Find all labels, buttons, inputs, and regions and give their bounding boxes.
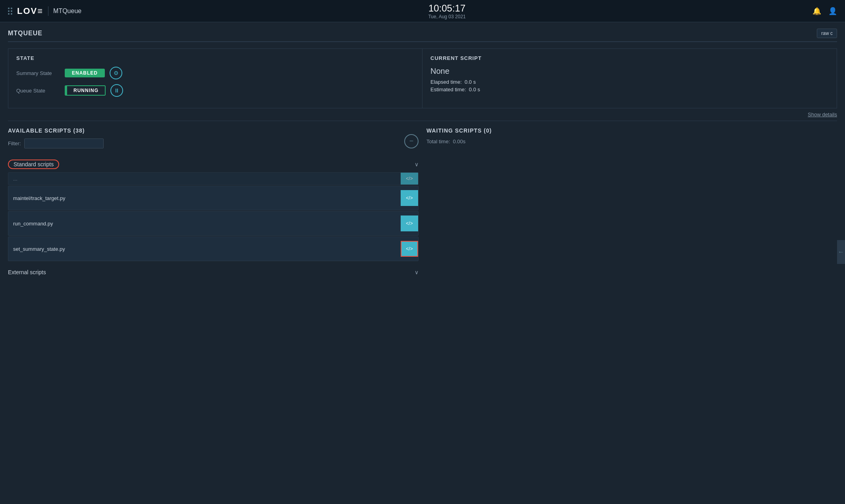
nav-left: LOV≡ MTQueue	[8, 6, 81, 16]
queue-state-label: Queue State	[16, 88, 60, 94]
estimated-time-row: Estimated time: 0.0 s	[430, 87, 829, 92]
summary-state-row: Summary State ENABLED ⚙	[16, 67, 414, 79]
user-icon[interactable]: 👤	[828, 7, 837, 15]
summary-state-badge: ENABLED	[65, 69, 105, 77]
waiting-scripts-heading: WAITING SCRIPTS (0)	[426, 127, 837, 134]
filter-input[interactable]	[24, 139, 104, 148]
total-time-value: 0.00s	[453, 139, 465, 144]
filter-row: Filter:	[8, 139, 104, 148]
script-name: maintel/track_target.py	[13, 195, 66, 201]
main-content: MTQUEUE raw c STATE Summary State ENABLE…	[0, 22, 845, 290]
script-item: run_command.py </>	[8, 211, 419, 236]
summary-state-label: Summary State	[16, 70, 60, 76]
nav-date: Tue, Aug 03 2021	[428, 14, 465, 19]
queue-state-text: RUNNING	[67, 86, 105, 95]
logo: LOV≡	[17, 6, 43, 16]
standard-scripts-label: Standard scripts	[8, 160, 59, 169]
filter-label: Filter:	[8, 140, 21, 146]
gear-icon: ⚙	[114, 70, 119, 76]
scripts-layout: AVAILABLE SCRIPTS (38) Filter: − Standar…	[8, 127, 837, 283]
script-run-icon: </>	[406, 176, 413, 181]
available-scripts-section: AVAILABLE SCRIPTS (38) Filter: − Standar…	[8, 127, 419, 283]
queue-state-badge: RUNNING	[65, 85, 106, 96]
show-details-link[interactable]: Show details	[808, 112, 837, 117]
script-name-partial: ...	[13, 176, 17, 182]
standard-scripts-list: ... </> maintel/track_target.py </>	[8, 172, 419, 261]
queue-state-row: Queue State RUNNING ⏸	[16, 84, 414, 97]
waiting-total-time: Total time: 0.00s	[426, 139, 837, 144]
available-scripts-heading: AVAILABLE SCRIPTS (38)	[8, 127, 104, 134]
waiting-scripts-section: WAITING SCRIPTS (0) Total time: 0.00s	[426, 127, 837, 283]
nav-center: 10:05:17 Tue, Aug 03 2021	[428, 3, 465, 19]
script-run-icon: </>	[406, 221, 413, 226]
external-scripts-header[interactable]: External scripts ∨	[8, 266, 419, 279]
script-item: maintel/track_target.py </>	[8, 186, 419, 210]
script-item: ... </>	[8, 172, 419, 185]
page-title-bar: MTQUEUE raw c	[8, 29, 837, 42]
state-panel: STATE Summary State ENABLED ⚙ Queue Stat…	[8, 49, 422, 108]
available-scripts-left: AVAILABLE SCRIPTS (38) Filter:	[8, 127, 104, 155]
elapsed-value: 0.0 s	[465, 79, 476, 85]
external-scripts-group: External scripts ∨	[8, 266, 419, 279]
script-item: set_summary_state.py </>	[8, 237, 419, 261]
pause-button[interactable]: ⏸	[110, 84, 123, 97]
total-time-label: Total time:	[426, 139, 450, 144]
gear-button[interactable]: ⚙	[110, 67, 122, 79]
estimated-value: 0.0 s	[469, 87, 480, 92]
nav-right: 🔔 👤	[812, 7, 837, 15]
chevron-down-icon: ∨	[415, 161, 419, 167]
elapsed-time-row: Elapsed time: 0.0 s	[430, 79, 829, 85]
current-script-panel: CURRENT SCRIPT None Elapsed time: 0.0 s …	[422, 49, 837, 108]
raw-cmd-button[interactable]: raw c	[817, 29, 837, 38]
top-nav: LOV≡ MTQueue 10:05:17 Tue, Aug 03 2021 🔔…	[0, 0, 845, 22]
current-script-heading: CURRENT SCRIPT	[430, 55, 829, 61]
script-name: set_summary_state.py	[13, 246, 65, 252]
elapsed-label: Elapsed time:	[430, 79, 462, 85]
script-name: run_command.py	[13, 221, 53, 227]
scroll-indicator[interactable]: ←	[837, 240, 845, 264]
scripts-controls: AVAILABLE SCRIPTS (38) Filter: −	[8, 127, 419, 155]
standard-scripts-header[interactable]: Standard scripts ∨	[8, 156, 419, 172]
collapse-button[interactable]: −	[404, 134, 419, 148]
estimated-label: Estimated time:	[430, 87, 466, 92]
app-name: MTQueue	[53, 8, 81, 15]
scroll-arrow-icon: ←	[838, 248, 844, 256]
script-run-icon-highlighted: </>	[406, 246, 413, 252]
pause-icon: ⏸	[114, 87, 120, 94]
script-run-button-set-summary-state[interactable]: </>	[401, 241, 418, 257]
bell-icon[interactable]: 🔔	[812, 7, 821, 15]
current-script-name: None	[430, 67, 829, 76]
script-run-button-track-target[interactable]: </>	[401, 190, 418, 206]
drag-handle[interactable]	[8, 8, 12, 15]
minus-icon: −	[409, 137, 414, 145]
external-scripts-label: External scripts	[8, 269, 46, 275]
page-title: MTQUEUE	[8, 30, 42, 37]
standard-scripts-group: Standard scripts ∨ ... </> maintel/track…	[8, 156, 419, 261]
show-details-bar: Show details	[8, 108, 837, 121]
script-run-button-run-command[interactable]: </>	[401, 215, 418, 231]
nav-divider	[48, 6, 48, 16]
chevron-down-icon-external: ∨	[415, 269, 419, 275]
script-run-icon: </>	[406, 195, 413, 201]
script-run-button-partial[interactable]: </>	[401, 172, 418, 185]
nav-time: 10:05:17	[428, 3, 465, 14]
top-panels: STATE Summary State ENABLED ⚙ Queue Stat…	[8, 48, 837, 108]
state-heading: STATE	[16, 55, 414, 61]
